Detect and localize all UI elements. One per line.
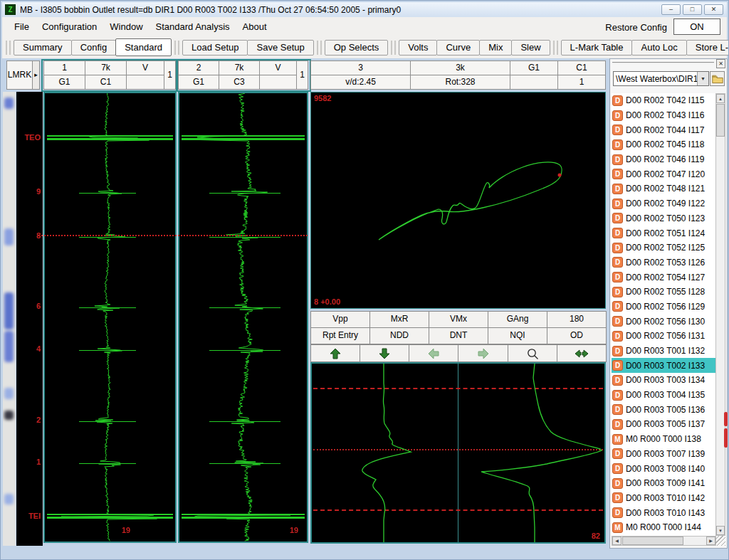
list-item[interactable]: D D00 R003 T008 I140 [612,461,716,476]
chevron-down-icon[interactable]: ▼ [697,72,708,85]
strip1-frequency[interactable]: 7k [85,60,127,75]
expand-horizontal-button[interactable] [557,344,607,362]
list-item[interactable]: D D00 R003 T001 I132 [612,344,716,359]
list-item[interactable]: D D00 R002 T046 I119 [612,152,716,167]
volts-button[interactable]: Volts [399,40,437,56]
panel-close-icon[interactable]: ✕ [716,59,725,68]
list-item[interactable]: D D00 R003 T004 I135 [612,388,716,403]
strip1-count[interactable]: 1 [164,60,176,90]
list-item[interactable]: D D00 R002 T042 I115 [612,93,716,108]
menu-window[interactable]: Window [103,19,149,35]
list-item[interactable]: D D00 R002 T054 I127 [612,270,716,285]
scroll-down-icon[interactable]: ▼ [716,526,725,535]
resize-grip[interactable] [715,536,725,546]
lissajous-channel[interactable]: 3 [310,60,411,75]
close-button[interactable]: ✕ [704,4,723,15]
strip2-channel[interactable]: 2 [178,60,219,75]
list-item[interactable]: D D00 R002 T047 I120 [612,167,716,181]
toolbar-grip-icon[interactable] [391,41,396,55]
overview-strip[interactable] [3,92,16,546]
list-item[interactable]: D D00 R003 T005 I136 [612,402,716,417]
list-item[interactable]: D D00 R002 T056 I129 [612,300,716,315]
left-arrow-button[interactable] [409,344,458,362]
nqi-button[interactable]: NQI [488,327,547,344]
minimize-button[interactable]: – [661,4,681,15]
list-item[interactable]: D D00 R002 T048 I121 [612,181,716,196]
toolbar-grip-icon[interactable] [174,41,179,55]
slew-button[interactable]: Slew [511,40,550,56]
zoom-strip-panel[interactable]: 82 [310,362,606,544]
menu-file[interactable]: File [8,19,36,35]
lmrk-expand-icon[interactable]: ▸ [32,60,40,90]
horizontal-scrollbar[interactable]: ◀ ▶ [612,536,716,546]
strip2-unit[interactable]: V [259,60,297,75]
list-item[interactable]: M M0 R000 T000 I144 [612,520,716,535]
list-item[interactable]: D D00 R002 T043 I116 [612,108,716,123]
lissajous-count[interactable]: 1 [557,75,606,90]
mix-button[interactable]: Mix [479,40,512,56]
list-item[interactable]: D D00 R002 T045 I118 [612,137,716,152]
up-arrow-button[interactable] [310,344,360,362]
list-item[interactable]: D D00 R002 T051 I124 [612,226,716,241]
scroll-left-icon[interactable]: ◀ [612,537,622,545]
strip-chart-1[interactable] [43,92,177,543]
gang-button[interactable]: GAng [488,311,547,328]
horizontal-scroll-thumb[interactable] [622,537,683,545]
rpt-entry-button[interactable]: Rpt Entry [310,327,370,344]
lissajous-coil[interactable]: C1 [557,60,606,75]
list-item[interactable]: D D00 R003 T009 I141 [612,476,716,491]
list-item[interactable]: D D00 R002 T053 I126 [612,255,716,270]
standard-button[interactable]: Standard [115,38,172,56]
config-button[interactable]: Config [71,40,117,56]
op-selects-button[interactable]: Op Selects [325,40,389,56]
toolbar-grip-icon[interactable] [6,41,11,55]
list-item[interactable]: D D00 R003 T005 I137 [612,417,716,432]
od-button[interactable]: OD [547,327,607,344]
strip1-group[interactable]: G1 [43,75,85,90]
vpp-button[interactable]: Vpp [310,311,370,328]
right-arrow-button[interactable] [458,344,508,362]
ndd-button[interactable]: NDD [369,327,429,344]
list-item[interactable]: D D00 R003 T003 I134 [612,373,716,388]
strip1-channel[interactable]: 1 [43,60,85,75]
panel-divider[interactable] [612,62,714,65]
strip2-group[interactable]: G1 [178,75,219,90]
strip2-count[interactable]: 1 [296,60,308,90]
toolbar-grip-icon[interactable] [317,41,322,55]
summary-button[interactable]: Summary [14,40,72,56]
list-item[interactable]: D D00 R003 T002 I133 [612,358,716,373]
dnt-button[interactable]: DNT [429,327,488,344]
lissajous-volts-per-div[interactable]: v/d:2.45 [310,75,411,90]
vertical-scroll-thumb[interactable] [716,104,725,137]
vertical-scrollbar[interactable]: ▲ ▼ [715,93,725,536]
strip2-coil[interactable]: C3 [219,75,260,90]
list-item[interactable]: D D00 R002 T055 I128 [612,285,716,300]
maximize-button[interactable]: □ [683,4,702,15]
lmark-table-button[interactable]: L-Mark Table [561,40,633,56]
scroll-up-icon[interactable]: ▲ [716,94,725,103]
restore-config-on-button[interactable]: ON [673,19,720,35]
menu-about[interactable]: About [236,19,273,35]
strip2-frequency[interactable]: 7k [219,60,260,75]
strip1-unit[interactable]: V [126,60,164,75]
down-arrow-button[interactable] [360,344,409,362]
store-lmark-button[interactable]: Store L-Mark [686,40,729,56]
list-item[interactable]: M M0 R000 T000 I138 [612,432,716,447]
lissajous-frequency[interactable]: 3k [410,60,510,75]
list-item[interactable]: D D00 R002 T044 I117 [612,122,716,137]
scroll-right-icon[interactable]: ▶ [706,537,715,545]
list-item[interactable]: D D00 R003 T010 I143 [612,505,716,520]
position-cursor-line[interactable] [38,235,308,236]
strip-chart-2[interactable] [178,92,308,543]
load-setup-button[interactable]: Load Setup [182,40,248,56]
title-bar[interactable]: Z MB - I3805 bobbin Outlet result=db DIR… [2,2,727,17]
lissajous-group[interactable]: G1 [510,60,558,75]
list-item[interactable]: D D00 R002 T056 I131 [612,329,716,344]
list-item[interactable]: D D00 R002 T050 I123 [612,211,716,226]
toolbar-grip-icon[interactable] [553,41,558,55]
list-item[interactable]: D D00 R002 T056 I130 [612,314,716,329]
browse-folder-button[interactable] [710,71,725,86]
list-item[interactable]: D D00 R003 T007 I139 [612,447,716,462]
curve-button[interactable]: Curve [436,40,480,56]
save-setup-button[interactable]: Save Setup [247,40,313,56]
